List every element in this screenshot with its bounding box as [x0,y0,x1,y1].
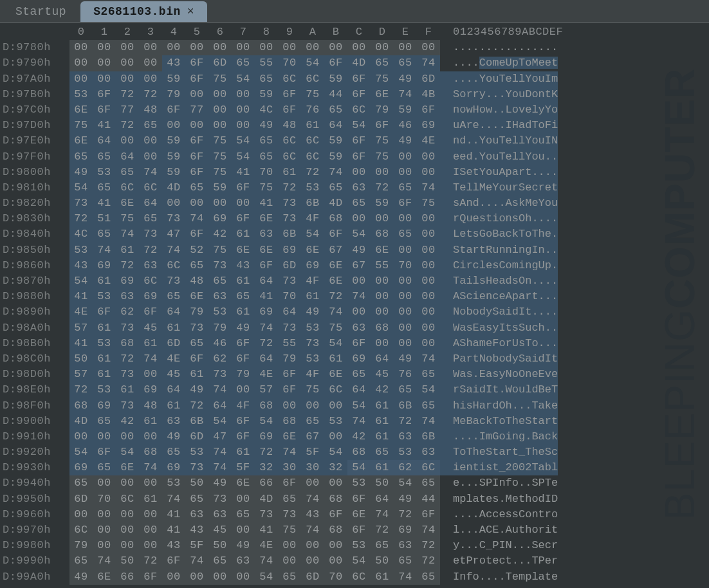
hex-row[interactable]: D:9800h49536574596F75417061727400000000I… [0,165,709,180]
hex-byte[interactable]: 61 [162,398,185,414]
hex-byte[interactable]: 72 [69,382,93,398]
hex-byte[interactable]: 00 [232,522,255,538]
hex-byte[interactable]: 00 [185,87,208,102]
hex-byte[interactable]: 53 [208,304,232,320]
hex-byte[interactable]: 00 [93,522,116,538]
hex-byte[interactable]: 73 [162,273,185,289]
ascii-cell[interactable]: ....AccessContro [440,507,558,522]
hex-byte[interactable]: 6D [185,429,208,445]
hex-byte[interactable]: 72 [417,538,440,553]
hex-byte[interactable]: 6F [185,351,208,367]
ascii-cell[interactable]: e...SPInfo..SPTe [440,475,558,491]
hex-byte[interactable]: 49 [394,71,417,87]
hex-byte[interactable]: 63 [394,429,417,445]
hex-byte[interactable]: 79 [208,320,232,336]
hex-byte[interactable]: 72 [116,87,139,102]
hex-byte[interactable]: 72 [116,258,139,273]
hex-byte[interactable]: 6E [185,289,208,304]
hex-byte[interactable]: 73 [278,211,301,226]
hex-byte[interactable]: 49 [69,569,93,585]
hex-byte[interactable]: 69 [417,118,440,133]
hex-byte[interactable]: 50 [69,351,93,367]
hex-byte[interactable]: 6F [324,226,347,242]
hex-byte[interactable]: 65 [93,414,116,429]
hex-byte[interactable]: 74 [324,165,347,180]
hex-byte[interactable]: 69 [69,460,93,475]
hex-byte[interactable]: 00 [93,538,116,553]
hex-byte[interactable]: 30 [278,460,301,475]
hex-byte[interactable]: 74 [162,243,185,258]
hex-byte[interactable]: 00 [69,507,93,522]
hex-byte[interactable]: 4E [255,367,278,382]
hex-byte[interactable]: 73 [278,320,301,336]
hex-byte[interactable]: 00 [394,149,417,165]
hex-byte[interactable]: 00 [371,40,394,55]
hex-byte[interactable]: 00 [232,382,255,398]
hex-byte[interactable]: 00 [301,553,324,569]
hex-byte[interactable]: 5F [232,460,255,475]
hex-byte[interactable]: 00 [301,40,324,55]
hex-byte[interactable]: 65 [347,196,371,211]
ascii-cell[interactable]: MeBackToTheStart [440,414,558,429]
hex-byte[interactable]: 65 [394,382,417,398]
hex-byte[interactable]: 00 [394,336,417,351]
hex-row[interactable]: D:97D0h754172650000000049486164546F4669u… [0,118,709,133]
hex-byte[interactable]: 00 [371,304,394,320]
hex-byte[interactable]: 69 [139,289,162,304]
hex-byte[interactable]: 00 [232,196,255,211]
hex-byte[interactable]: 75 [208,243,232,258]
hex-byte[interactable]: 65 [417,367,440,382]
hex-byte[interactable]: 65 [208,273,232,289]
hex-byte[interactable]: 41 [162,522,185,538]
hex-byte[interactable]: 61 [301,289,324,304]
hex-row[interactable]: D:99A0h496E666F0000000054656D706C617465I… [0,569,709,585]
hex-byte[interactable]: 00 [232,118,255,133]
hex-byte[interactable]: 6B [301,196,324,211]
hex-byte[interactable]: 45 [208,522,232,538]
hex-byte[interactable]: 6C [162,258,185,273]
hex-byte[interactable]: 65 [69,149,93,165]
hex-byte[interactable]: 72 [278,180,301,196]
hex-byte[interactable]: 53 [301,320,324,336]
hex-byte[interactable]: 65 [301,414,324,429]
hex-byte[interactable]: 00 [139,507,162,522]
hex-byte[interactable]: 55 [278,336,301,351]
hex-byte[interactable]: 65 [371,538,394,553]
hex-byte[interactable]: 44 [417,492,440,507]
hex-byte[interactable]: 49 [394,492,417,507]
hex-byte[interactable]: 00 [394,273,417,289]
hex-byte[interactable]: 4B [417,87,440,102]
hex-byte[interactable]: 53 [69,87,93,102]
hex-byte[interactable]: 63 [394,538,417,553]
hex-row[interactable]: D:9940h650000005350496E666F000053505465e… [0,475,709,491]
hex-byte[interactable]: 61 [324,351,347,367]
hex-byte[interactable]: 72 [139,553,162,569]
hex-byte[interactable]: 74 [162,492,185,507]
hex-byte[interactable]: 53 [93,336,116,351]
hex-row[interactable]: D:9910h00000000496D476F696E67004261636B.… [0,429,709,445]
hex-byte[interactable]: 4F [301,211,324,226]
hex-byte[interactable]: 6B [185,414,208,429]
ascii-cell[interactable]: AShameForUsTo... [440,336,558,351]
hex-byte[interactable]: 00 [232,40,255,55]
hex-byte[interactable]: 6F [185,71,208,87]
hex-byte[interactable]: 00 [417,165,440,180]
hex-byte[interactable]: 54 [232,71,255,87]
hex-byte[interactable]: 63 [417,445,440,460]
ascii-cell[interactable]: l...ACE.Authorit [440,522,558,538]
hex-byte[interactable]: 00 [347,304,371,320]
hex-byte[interactable]: 42 [116,414,139,429]
hex-byte[interactable]: 54 [324,445,347,460]
hex-byte[interactable]: 70 [324,569,347,585]
hex-byte[interactable]: 6F [347,336,371,351]
hex-byte[interactable]: 53 [324,414,347,429]
hex-byte[interactable]: 6E [324,367,347,382]
hex-byte[interactable]: 6F [93,445,116,460]
ascii-cell[interactable]: y...C_PIN...Secr [440,538,558,553]
hex-byte[interactable]: 75 [324,320,347,336]
hex-byte[interactable]: 00 [301,398,324,414]
hex-byte[interactable]: 48 [139,102,162,118]
hex-row[interactable]: D:97B0h536F727279000000596F75446F6E744BS… [0,87,709,102]
hex-byte[interactable]: 65 [394,180,417,196]
hex-byte[interactable]: 61 [93,273,116,289]
